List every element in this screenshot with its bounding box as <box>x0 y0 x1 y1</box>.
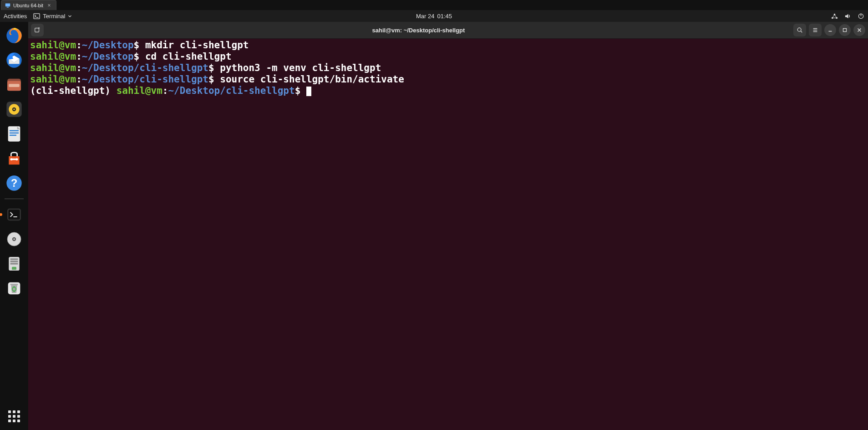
svg-rect-42 <box>35 28 39 32</box>
apps-grid-icon <box>8 410 20 422</box>
close-icon <box>856 27 863 33</box>
dock-item-writer[interactable] <box>4 124 24 144</box>
svg-rect-37 <box>10 263 18 264</box>
svg-rect-28 <box>9 210 20 220</box>
svg-point-23 <box>10 158 13 160</box>
desktop: ? <box>0 22 868 430</box>
dock-item-trash[interactable] <box>4 278 24 298</box>
cursor <box>306 87 311 96</box>
dock-item-disc[interactable] <box>4 229 24 249</box>
chevron-down-icon <box>68 14 72 18</box>
gnome-top-bar: Activities Terminal Mar 24 01:45 <box>0 10 868 22</box>
clock-date: Mar 24 <box>416 13 434 20</box>
clock[interactable]: Mar 24 01:45 <box>416 13 452 20</box>
svg-point-45 <box>797 28 801 31</box>
svg-line-46 <box>801 31 802 32</box>
terminal-window: sahil@vm: ~/Desktop/cli-shellgpt sahil@v… <box>28 22 868 430</box>
minimize-button[interactable] <box>824 24 836 36</box>
dock-item-thunderbird[interactable] <box>4 50 24 70</box>
svg-rect-36 <box>10 261 18 262</box>
dock-item-help[interactable]: ? <box>4 173 24 193</box>
svg-rect-38 <box>12 267 16 270</box>
maximize-button[interactable] <box>839 24 851 36</box>
status-area[interactable] <box>831 13 864 20</box>
svg-point-24 <box>15 158 18 160</box>
dock: ? <box>0 22 28 430</box>
svg-rect-2 <box>34 13 40 18</box>
terminal-icon <box>33 13 40 20</box>
hamburger-menu-button[interactable] <box>809 24 822 36</box>
svg-text:?: ? <box>11 177 17 189</box>
svg-rect-1 <box>7 7 9 8</box>
svg-rect-0 <box>5 3 10 6</box>
dock-item-usb-creator[interactable] <box>4 254 24 274</box>
help-icon: ? <box>5 174 23 192</box>
vm-tab-label: Ubuntu 64-bit <box>13 3 43 8</box>
activities-button[interactable]: Activities <box>4 13 27 20</box>
dock-item-rhythmbox[interactable] <box>4 99 24 119</box>
svg-rect-40 <box>10 284 18 285</box>
svg-point-33 <box>13 238 15 240</box>
vm-host-tabstrip: Ubuntu 64-bit × <box>0 0 868 10</box>
hamburger-icon <box>812 27 818 33</box>
search-icon <box>797 27 803 33</box>
disc-icon <box>5 230 23 248</box>
pc-icon <box>5 3 10 8</box>
close-icon[interactable]: × <box>46 2 52 9</box>
minimize-icon <box>827 27 833 33</box>
dock-separator <box>5 199 24 199</box>
rhythmbox-icon <box>5 100 23 118</box>
close-button[interactable] <box>853 24 865 36</box>
svg-rect-19 <box>10 130 19 132</box>
trash-icon <box>5 279 23 297</box>
svg-point-17 <box>13 108 15 110</box>
dock-item-software[interactable] <box>4 148 24 169</box>
svg-rect-51 <box>843 29 847 32</box>
maximize-icon <box>842 27 848 33</box>
files-icon <box>5 76 23 94</box>
app-menu[interactable]: Terminal <box>33 13 72 20</box>
search-button[interactable] <box>793 24 806 36</box>
window-titlebar[interactable]: sahil@vm: ~/Desktop/cli-shellgpt <box>28 22 868 39</box>
terminal-app-icon <box>5 205 23 224</box>
dock-item-terminal[interactable] <box>4 205 24 225</box>
svg-rect-35 <box>10 258 18 260</box>
new-tab-button[interactable] <box>31 24 44 36</box>
show-applications-button[interactable] <box>4 406 24 426</box>
writer-icon <box>5 125 23 143</box>
window-title: sahil@vm: ~/Desktop/cli-shellgpt <box>46 27 791 34</box>
thunderbird-icon <box>5 51 23 69</box>
terminal-body[interactable]: sahil@vm:~/Desktop$ mkdir cli-shellgptsa… <box>28 39 868 430</box>
software-icon <box>5 149 23 168</box>
firefox-icon <box>5 26 23 45</box>
app-name-label: Terminal <box>43 13 65 20</box>
dock-item-files[interactable] <box>4 75 24 95</box>
network-icon <box>831 13 838 20</box>
volume-icon <box>844 13 851 20</box>
usb-creator-icon <box>5 255 23 273</box>
clock-time: 01:45 <box>437 13 452 20</box>
svg-rect-20 <box>10 133 19 134</box>
power-icon <box>858 13 864 20</box>
svg-rect-13 <box>9 84 19 87</box>
svg-rect-21 <box>10 135 16 136</box>
dock-item-firefox[interactable] <box>4 26 24 46</box>
vm-tab[interactable]: Ubuntu 64-bit × <box>1 0 56 10</box>
new-tab-icon <box>34 27 41 33</box>
